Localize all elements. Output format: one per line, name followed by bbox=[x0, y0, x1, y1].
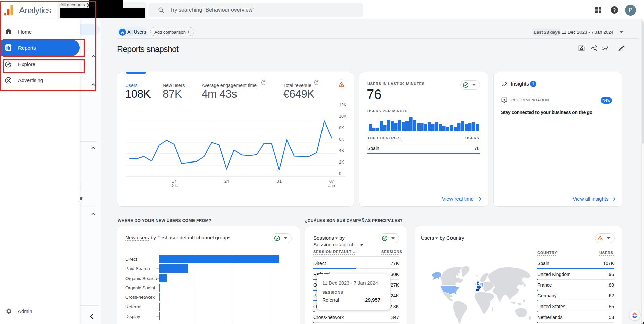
svg-text:0: 0 bbox=[339, 171, 341, 176]
svg-text:6K: 6K bbox=[339, 137, 344, 142]
svg-text:8K: 8K bbox=[339, 125, 344, 130]
svg-text:17: 17 bbox=[172, 179, 176, 184]
svg-text:Dec: Dec bbox=[170, 183, 178, 188]
svg-text:07: 07 bbox=[329, 179, 334, 184]
svg-text:4K: 4K bbox=[339, 148, 344, 153]
svg-text:12K: 12K bbox=[339, 103, 347, 107]
svg-text:10K: 10K bbox=[339, 114, 347, 119]
svg-text:24: 24 bbox=[224, 179, 229, 184]
svg-text:31: 31 bbox=[277, 179, 282, 184]
svg-text:Jan: Jan bbox=[328, 183, 335, 188]
svg-text:2K: 2K bbox=[339, 160, 344, 165]
